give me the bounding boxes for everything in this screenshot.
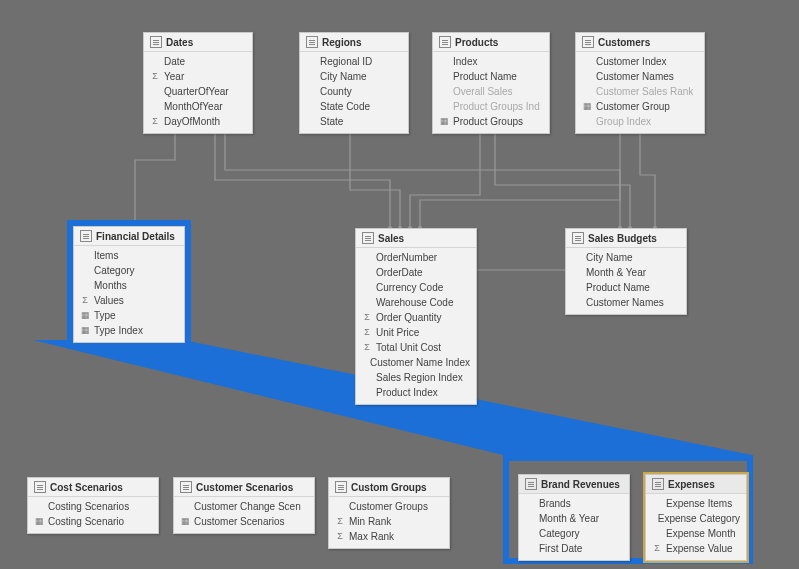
- table-header[interactable]: Expenses: [646, 475, 746, 494]
- field-row[interactable]: ▦Type: [74, 308, 184, 323]
- field-row[interactable]: ΣValues: [74, 293, 184, 308]
- field-row[interactable]: QuarterOfYear: [144, 84, 252, 99]
- field-label: Customer Sales Rank: [596, 85, 693, 98]
- field-row[interactable]: Costing Scenarios: [28, 499, 158, 514]
- field-row[interactable]: Product Name: [433, 69, 549, 84]
- table-products[interactable]: ProductsIndexProduct NameOverall SalesPr…: [432, 32, 550, 134]
- table-regions[interactable]: RegionsRegional IDCity NameCountyState C…: [299, 32, 409, 134]
- table-sales[interactable]: SalesOrderNumberOrderDateCurrency CodeWa…: [355, 228, 477, 405]
- sigma-icon: Σ: [80, 294, 90, 307]
- field-row[interactable]: Brands: [519, 496, 629, 511]
- field-row[interactable]: ΣMax Rank: [329, 529, 449, 544]
- field-row[interactable]: Overall Sales: [433, 84, 549, 99]
- field-row[interactable]: ΣExpense Value: [646, 541, 746, 556]
- hierarchy-icon: ▦: [80, 324, 90, 337]
- field-label: County: [320, 85, 352, 98]
- table-header[interactable]: Customer Scenarios: [174, 478, 314, 497]
- field-row[interactable]: ΣDayOfMonth: [144, 114, 252, 129]
- field-row[interactable]: ▦Customer Scenarios: [174, 514, 314, 529]
- field-row[interactable]: Sales Region Index: [356, 370, 476, 385]
- field-row[interactable]: Regional ID: [300, 54, 408, 69]
- field-row[interactable]: State Code: [300, 99, 408, 114]
- table-expenses[interactable]: ExpensesExpense ItemsExpense CategoryExp…: [645, 474, 747, 561]
- field-label: Customer Scenarios: [194, 515, 285, 528]
- field-row[interactable]: City Name: [566, 250, 686, 265]
- table-title: Sales: [378, 233, 404, 244]
- table-header[interactable]: Products: [433, 33, 549, 52]
- table-header[interactable]: Brand Revenues: [519, 475, 629, 494]
- field-row[interactable]: ▦Customer Group: [576, 99, 704, 114]
- table-cost_scenarios[interactable]: Cost ScenariosCosting Scenarios▦Costing …: [27, 477, 159, 534]
- field-label: Product Name: [586, 281, 650, 294]
- table-header[interactable]: Regions: [300, 33, 408, 52]
- field-row[interactable]: County: [300, 84, 408, 99]
- field-row[interactable]: First Date: [519, 541, 629, 556]
- field-label: Type: [94, 309, 116, 322]
- field-label: Values: [94, 294, 124, 307]
- table-header[interactable]: Custom Groups: [329, 478, 449, 497]
- field-label: OrderNumber: [376, 251, 437, 264]
- field-row[interactable]: Product Name: [566, 280, 686, 295]
- table-custom_groups[interactable]: Custom GroupsCustomer GroupsΣMin RankΣMa…: [328, 477, 450, 549]
- field-row[interactable]: Expense Items: [646, 496, 746, 511]
- field-row[interactable]: Months: [74, 278, 184, 293]
- field-row[interactable]: Customer Change Scen: [174, 499, 314, 514]
- table-title: Customer Scenarios: [196, 482, 293, 493]
- field-label: Expense Category: [658, 512, 740, 525]
- field-row[interactable]: Customer Name Index: [356, 355, 476, 370]
- field-row[interactable]: Customer Names: [576, 69, 704, 84]
- field-row[interactable]: ΣTotal Unit Cost: [356, 340, 476, 355]
- table-icon: [525, 478, 537, 490]
- field-row[interactable]: Customer Sales Rank: [576, 84, 704, 99]
- table-brand_rev[interactable]: Brand RevenuesBrandsMonth & YearCategory…: [518, 474, 630, 561]
- field-row[interactable]: State: [300, 114, 408, 129]
- field-row[interactable]: ▦Type Index: [74, 323, 184, 338]
- hierarchy-icon: ▦: [34, 515, 44, 528]
- field-row[interactable]: Expense Category: [646, 511, 746, 526]
- field-row[interactable]: ΣOrder Quantity: [356, 310, 476, 325]
- table-title: Financial Details: [96, 231, 175, 242]
- sigma-icon: Σ: [150, 70, 160, 83]
- field-row[interactable]: OrderDate: [356, 265, 476, 280]
- field-row[interactable]: ▦Costing Scenario: [28, 514, 158, 529]
- table-header[interactable]: Customers: [576, 33, 704, 52]
- table-header[interactable]: Financial Details: [74, 227, 184, 246]
- field-label: OrderDate: [376, 266, 423, 279]
- field-row[interactable]: OrderNumber: [356, 250, 476, 265]
- field-row[interactable]: Customer Groups: [329, 499, 449, 514]
- field-label: Order Quantity: [376, 311, 442, 324]
- field-row[interactable]: Items: [74, 248, 184, 263]
- field-row[interactable]: ΣMin Rank: [329, 514, 449, 529]
- field-row[interactable]: MonthOfYear: [144, 99, 252, 114]
- field-row[interactable]: Product Index: [356, 385, 476, 400]
- field-row[interactable]: ΣYear: [144, 69, 252, 84]
- table-cust_scenarios[interactable]: Customer ScenariosCustomer Change Scen▦C…: [173, 477, 315, 534]
- field-row[interactable]: Currency Code: [356, 280, 476, 295]
- field-row[interactable]: ▦Product Groups: [433, 114, 549, 129]
- field-row[interactable]: Category: [519, 526, 629, 541]
- table-customers[interactable]: CustomersCustomer IndexCustomer NamesCus…: [575, 32, 705, 134]
- table-header[interactable]: Cost Scenarios: [28, 478, 158, 497]
- field-row[interactable]: Category: [74, 263, 184, 278]
- sigma-icon: Σ: [335, 515, 345, 528]
- field-row[interactable]: Month & Year: [566, 265, 686, 280]
- field-row[interactable]: Warehouse Code: [356, 295, 476, 310]
- field-row[interactable]: Index: [433, 54, 549, 69]
- diagram-canvas[interactable]: { "tables": { "dates": { "title": "Dates…: [0, 0, 799, 569]
- field-row[interactable]: Customer Names: [566, 295, 686, 310]
- table-header[interactable]: Dates: [144, 33, 252, 52]
- field-row[interactable]: Group Index: [576, 114, 704, 129]
- field-row[interactable]: Product Groups Ind: [433, 99, 549, 114]
- field-row[interactable]: Customer Index: [576, 54, 704, 69]
- table-financial[interactable]: Financial DetailsItemsCategoryMonthsΣVal…: [73, 226, 185, 343]
- field-row[interactable]: Expense Month: [646, 526, 746, 541]
- table-header[interactable]: Sales Budgets: [566, 229, 686, 248]
- field-row[interactable]: City Name: [300, 69, 408, 84]
- table-dates[interactable]: DatesDateΣYearQuarterOfYearMonthOfYearΣD…: [143, 32, 253, 134]
- field-row[interactable]: Date: [144, 54, 252, 69]
- field-row[interactable]: ΣUnit Price: [356, 325, 476, 340]
- table-budgets[interactable]: Sales BudgetsCity NameMonth & YearProduc…: [565, 228, 687, 315]
- field-label: Expense Month: [666, 527, 736, 540]
- table-header[interactable]: Sales: [356, 229, 476, 248]
- field-row[interactable]: Month & Year: [519, 511, 629, 526]
